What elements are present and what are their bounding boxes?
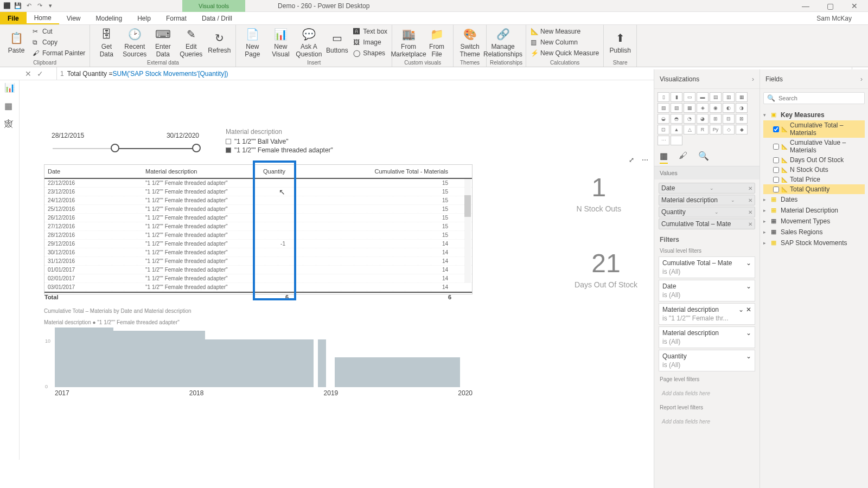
viz-type-icon[interactable]: ▩ bbox=[684, 103, 695, 113]
col-cumulative[interactable]: Cumulative Total - Materials bbox=[289, 166, 451, 176]
publish-button[interactable]: ⬆Publish bbox=[607, 26, 633, 59]
field-n-stock-outs[interactable]: 📐N Stock Outs bbox=[763, 165, 865, 175]
table-scrollbar[interactable] bbox=[464, 179, 471, 283]
field-checkbox[interactable] bbox=[773, 157, 779, 163]
table-row[interactable]: 27/12/2016"1 1/2"" Female threaded adapt… bbox=[44, 222, 472, 231]
table-row[interactable]: 02/01/2017"1 1/2"" Female threaded adapt… bbox=[44, 274, 472, 283]
image-button[interactable]: 🖼Image bbox=[352, 38, 388, 47]
analytics-tab-icon[interactable]: 🔍 bbox=[698, 151, 709, 164]
format-painter-button[interactable]: 🖌Format Painter bbox=[31, 49, 86, 57]
filter-material-2[interactable]: Material description⌄is (All) bbox=[659, 326, 755, 348]
remove-icon[interactable]: ✕ bbox=[748, 185, 752, 191]
viz-type-icon[interactable]: ▥ bbox=[723, 92, 735, 102]
viz-type-icon[interactable]: ▲ bbox=[671, 125, 682, 134]
report-filter-drop[interactable]: Add data fields here bbox=[659, 415, 755, 428]
viz-type-icon[interactable]: ▯ bbox=[658, 92, 669, 102]
focus-mode-icon[interactable]: ⤢ bbox=[629, 156, 634, 164]
signed-in-user[interactable]: Sam McKay bbox=[816, 12, 868, 24]
close-icon[interactable]: ✕ bbox=[849, 2, 860, 10]
remove-icon[interactable]: ✕ bbox=[748, 197, 752, 203]
col-date[interactable]: Date bbox=[44, 166, 142, 176]
data-view-icon[interactable]: ▦ bbox=[4, 101, 15, 112]
field-days-out-of-stock[interactable]: 📐Days Out Of Stock bbox=[763, 155, 865, 165]
collapse-viz-pane-icon[interactable]: › bbox=[752, 75, 754, 83]
col-quantity[interactable]: Quantity bbox=[251, 166, 289, 176]
field-checkbox[interactable] bbox=[773, 144, 779, 150]
viz-type-icon[interactable]: ◕ bbox=[697, 114, 709, 124]
undo-icon[interactable]: ↶ bbox=[25, 2, 33, 10]
tab-home[interactable]: Home bbox=[27, 12, 59, 24]
viz-type-icon[interactable]: ⋯ bbox=[658, 136, 669, 145]
viz-type-icon[interactable]: ◇ bbox=[723, 125, 735, 134]
tab-help[interactable]: Help bbox=[130, 12, 158, 24]
slider-handle-right[interactable] bbox=[192, 144, 201, 152]
from-file-button[interactable]: 📁From File bbox=[424, 26, 450, 59]
group-key-measures[interactable]: ▾▣Key Measures bbox=[763, 110, 865, 120]
textbox-button[interactable]: 🅰Text box bbox=[352, 27, 388, 36]
viz-type-icon[interactable]: ▮ bbox=[671, 92, 682, 102]
chevron-down-icon[interactable]: ⌄ bbox=[746, 282, 751, 290]
well-date[interactable]: Date⌄✕ bbox=[659, 183, 755, 194]
format-tab-icon[interactable]: 🖌 bbox=[679, 151, 687, 164]
table-row[interactable]: 25/12/2016"1 1/2"" Female threaded adapt… bbox=[44, 205, 472, 214]
viz-type-icon[interactable]: ▬ bbox=[697, 92, 709, 102]
formula-commit-icon[interactable]: ✓ bbox=[37, 69, 43, 78]
collapse-fields-pane-icon[interactable]: › bbox=[860, 75, 863, 83]
from-marketplace-button[interactable]: 🏬From Marketplace bbox=[395, 26, 422, 59]
field-cum-total-materials[interactable]: 📐Cumulative Total – Materials bbox=[763, 120, 865, 138]
enter-data-button[interactable]: ⌨Enter Data bbox=[150, 26, 176, 59]
viz-type-icon[interactable]: R bbox=[697, 125, 709, 134]
search-input[interactable] bbox=[778, 95, 861, 101]
recent-sources-button[interactable]: 🕑Recent Sources bbox=[122, 26, 148, 59]
new-measure-button[interactable]: 📐New Measure bbox=[529, 27, 600, 36]
slider-handle-left[interactable] bbox=[111, 144, 119, 152]
viz-type-icon[interactable]: ◈ bbox=[697, 103, 709, 113]
paste-button[interactable]: 📋Paste bbox=[3, 26, 29, 59]
chevron-down-icon[interactable]: ⌄ bbox=[708, 185, 716, 191]
switch-theme-button[interactable]: 🎨Switch Theme bbox=[457, 26, 483, 59]
fields-search[interactable]: 🔍 bbox=[763, 92, 865, 104]
viz-type-icon[interactable]: ◑ bbox=[736, 103, 748, 113]
table-row[interactable]: 29/12/2016"1 1/2"" Female threaded adapt… bbox=[44, 240, 472, 248]
card-days-out-of-stock[interactable]: 21 Days Out Of Stock bbox=[575, 248, 637, 289]
field-checkbox[interactable] bbox=[773, 126, 779, 132]
well-material[interactable]: Material description⌄✕ bbox=[659, 195, 755, 206]
tab-modeling[interactable]: Modeling bbox=[88, 12, 130, 24]
clear-filter-icon[interactable]: ✕ bbox=[746, 306, 751, 313]
viz-type-icon[interactable]: ◓ bbox=[671, 114, 682, 124]
table-row[interactable]: 01/01/2017"1 1/2"" Female threaded adapt… bbox=[44, 266, 472, 274]
viz-type-icon[interactable]: ▭ bbox=[684, 92, 695, 102]
viz-type-icon[interactable]: ◐ bbox=[723, 103, 735, 113]
viz-type-icon[interactable]: △ bbox=[684, 125, 695, 134]
chevron-down-icon[interactable]: ⌄ bbox=[713, 209, 720, 215]
chevron-down-icon[interactable]: ⌄ bbox=[738, 306, 744, 313]
group-movement-types[interactable]: ▸▦Movement Types bbox=[763, 216, 865, 227]
date-slicer[interactable]: 28/12/2015 30/12/2020 bbox=[49, 132, 201, 155]
qat-more-icon[interactable]: ▾ bbox=[47, 2, 54, 10]
group-dates[interactable]: ▸▦Dates bbox=[763, 194, 865, 205]
viz-type-icon[interactable]: ⊞ bbox=[710, 114, 722, 124]
redo-icon[interactable]: ↷ bbox=[36, 2, 43, 10]
new-column-button[interactable]: ▥New Column bbox=[529, 38, 600, 47]
fields-well-tab-icon[interactable]: ▦ bbox=[660, 151, 668, 164]
tab-format[interactable]: Format bbox=[158, 12, 194, 24]
minimize-icon[interactable]: — bbox=[800, 2, 811, 10]
viz-type-icon[interactable]: ▧ bbox=[658, 103, 669, 113]
ask-question-button[interactable]: 💬Ask A Question bbox=[296, 26, 322, 59]
buttons-button[interactable]: ▭Buttons bbox=[324, 26, 350, 59]
remove-icon[interactable]: ✕ bbox=[748, 221, 752, 227]
edit-queries-button[interactable]: ✎Edit Queries bbox=[178, 26, 204, 59]
card-n-stock-outs[interactable]: 1 N Stock Outs bbox=[577, 172, 621, 213]
table-row[interactable]: 23/12/2016"1 1/2"" Female threaded adapt… bbox=[44, 188, 472, 196]
table-visual[interactable]: Date Material description Quantity Cumul… bbox=[44, 164, 473, 294]
viz-type-icon[interactable]: ◒ bbox=[658, 114, 669, 124]
group-sap-stock-movements[interactable]: ▸▦SAP Stock Movements bbox=[763, 237, 865, 248]
field-total-quantity[interactable]: 📐Total Quantity bbox=[763, 184, 865, 194]
save-icon[interactable]: 💾 bbox=[14, 2, 22, 10]
remove-icon[interactable]: ✕ bbox=[748, 209, 752, 215]
chevron-down-icon[interactable]: ⌄ bbox=[746, 259, 751, 267]
table-row[interactable]: 30/12/2016"1 1/2"" Female threaded adapt… bbox=[44, 248, 472, 257]
copy-button[interactable]: ⧉Copy bbox=[31, 38, 86, 47]
filter-date[interactable]: Date⌄is (All) bbox=[659, 280, 755, 301]
viz-type-icon[interactable]: ⊡ bbox=[658, 125, 669, 134]
